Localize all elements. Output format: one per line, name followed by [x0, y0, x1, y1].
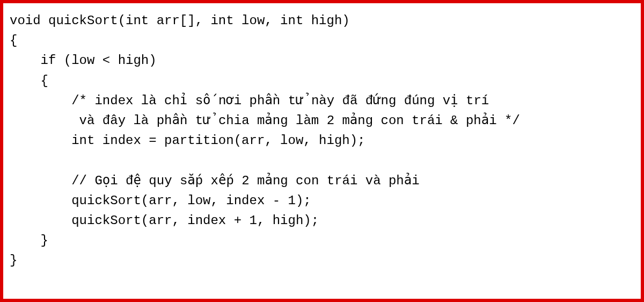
code-line-2: {: [10, 33, 17, 48]
code-line-13: }: [10, 253, 17, 268]
code-line-4: {: [10, 74, 48, 88]
code-line-9: // Gọi đệ quy sắp xếp 2 mảng con trái và…: [10, 174, 420, 188]
code-line-11: quickSort(arr, index + 1, high);: [10, 213, 319, 228]
code-line-5: /* index là chỉ số nơi phần tử này đã đứ…: [10, 94, 489, 108]
code-line-12: }: [10, 233, 48, 248]
code-line-1: void quickSort(int arr[], int low, int h…: [10, 13, 350, 28]
code-container: void quickSort(int arr[], int low, int h…: [0, 0, 644, 302]
code-line-7: int index = partition(arr, low, high);: [10, 133, 365, 148]
code-line-10: quickSort(arr, low, index - 1);: [10, 193, 311, 208]
code-line-3: if (low < high): [10, 53, 157, 68]
code-block: void quickSort(int arr[], int low, int h…: [10, 11, 634, 270]
code-line-6: và đây là phần tử chia mảng làm 2 mảng c…: [10, 113, 520, 128]
